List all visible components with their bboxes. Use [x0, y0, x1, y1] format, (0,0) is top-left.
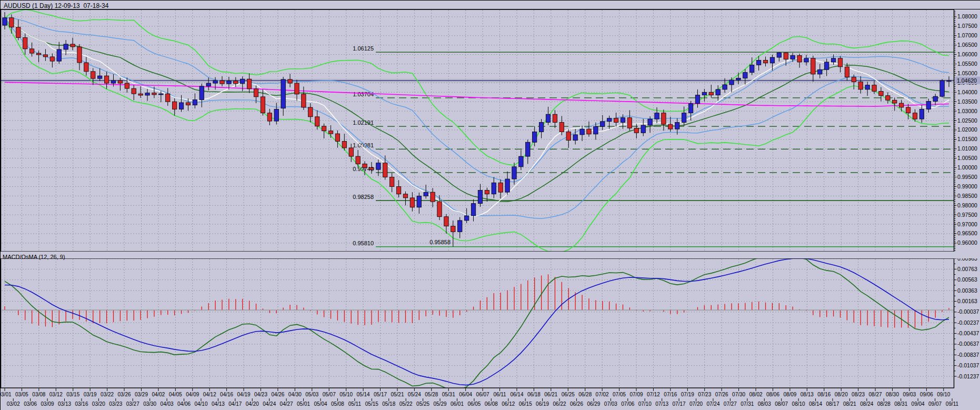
price-axis-label: 0.97000 [957, 221, 977, 227]
price-axis-label: 1.01000 [957, 145, 977, 152]
macd-axis-label: 0.00563 [957, 276, 977, 283]
price-axis-label: 0.96000 [957, 239, 977, 246]
date-label: 08/17 [826, 401, 839, 407]
price-axis-label: 1.00000 [957, 164, 977, 171]
date-label: 06/22 [553, 401, 566, 407]
low-marker-label: 0.95858 [429, 239, 451, 245]
macd-axis-label: -0.00837 [957, 352, 979, 358]
price-axis-label: 1.04000 [957, 89, 977, 95]
price-axis-label: 1.07500 [957, 23, 977, 29]
date-label: 05/29 [434, 401, 447, 407]
candlesticks [3, 12, 951, 247]
date-label: 03/02 [7, 401, 20, 407]
date-label: 06/15 [519, 401, 532, 407]
price-axis[interactable]: 1.080001.075001.070001.065001.060001.055… [954, 11, 977, 251]
date-label: 04/17 [228, 401, 242, 407]
date-label: 08/13 [801, 392, 814, 397]
date-label: 06/21 [544, 392, 557, 397]
price-axis-label: 1.05000 [957, 70, 977, 76]
date-label: 05/08 [331, 401, 344, 407]
date-label: 06/11 [493, 392, 506, 397]
price-axis-label: 0.98500 [957, 193, 977, 199]
chart-canvas[interactable]: 1.061251.037041.021911.009810.997430.982… [1, 1, 980, 410]
price-axis-label: 1.03000 [957, 108, 977, 114]
date-label: 05/18 [382, 401, 395, 407]
date-label: 08/23 [852, 392, 865, 397]
date-label: 08/20 [835, 392, 848, 397]
date-label: 04/27 [280, 401, 293, 407]
date-label: 07/23 [698, 392, 711, 397]
date-label: 07/10 [638, 401, 652, 407]
support-resistance-levels: 1.061251.037041.021911.009810.997430.982… [353, 45, 954, 247]
price-axis-label: 0.99500 [957, 174, 977, 180]
date-label: 06/18 [527, 392, 541, 397]
macd-signal-line [5, 258, 949, 385]
date-label: 03/12 [49, 392, 63, 397]
date-label: 09/07 [928, 401, 942, 407]
level-label: 0.95810 [353, 240, 374, 246]
date-label: 07/06 [621, 401, 634, 407]
macd-gridlines [2, 258, 954, 376]
date-label: 06/14 [510, 392, 523, 397]
date-label: 05/25 [416, 401, 429, 407]
price-axis-label: 1.00500 [957, 155, 977, 161]
date-label: 07/17 [673, 401, 686, 407]
date-label: 04/20 [246, 401, 259, 407]
date-label: 05/10 [339, 392, 353, 397]
price-axis-label: 1.06500 [957, 42, 977, 48]
macd-axis-label: -0.01237 [957, 373, 979, 379]
current-price-label: 1.04620 [957, 77, 977, 84]
date-label: 06/25 [562, 392, 575, 397]
date-label: 03/27 [126, 401, 139, 407]
date-label: 05/01 [297, 401, 310, 407]
macd-axis-label: -0.01037 [957, 362, 979, 368]
date-label: 06/29 [587, 401, 600, 407]
price-axis-label: 0.97500 [957, 212, 977, 218]
date-label: 05/28 [425, 392, 438, 397]
macd-axis[interactable]: 0.009630.007630.005630.003630.00163-0.00… [954, 255, 979, 379]
date-label: 03/09 [41, 401, 54, 407]
date-label: 04/13 [212, 401, 225, 407]
level-label: 1.06125 [353, 45, 374, 52]
date-label: 06/19 [536, 401, 549, 407]
date-label: 07/09 [629, 392, 643, 397]
date-label: 07/02 [596, 392, 609, 397]
date-label: 03/19 [84, 392, 97, 397]
date-label: 09/06 [920, 392, 933, 397]
date-label: 04/26 [271, 392, 284, 397]
price-axis-label: 1.03500 [957, 98, 977, 105]
date-label: 03/15 [66, 392, 79, 397]
indicator-label: MACD/OsMA (12, 26, 9) [1, 254, 65, 260]
date-label: 09/04 [912, 401, 925, 407]
title-bar[interactable]: AUDUSD (1 Day) 12-09-13_07-18-34 [1, 1, 980, 9]
price-axis-label: 1.02000 [957, 126, 977, 133]
date-label: 03/29 [135, 392, 148, 397]
macd-axis-label: -0.00637 [957, 341, 979, 347]
price-axis-label: 1.07000 [957, 32, 977, 38]
date-label: 08/10 [792, 401, 805, 407]
price-axis-label: 1.01500 [957, 136, 977, 142]
chart-title: AUDUSD (1 Day) 12-09-13_07-18-34 [1, 2, 108, 9]
date-label: 05/04 [314, 401, 327, 407]
date-label: 04/23 [254, 392, 267, 397]
date-label: 04/30 [288, 392, 302, 397]
date-label: 04/19 [237, 392, 251, 397]
macd-axis-label: -0.00237 [957, 319, 979, 326]
price-axis-label: 0.99000 [957, 183, 977, 189]
date-label: 07/30 [732, 392, 745, 397]
chart-window: AUDUSD (1 Day) 12-09-13_07-18-34 MACD/Os… [0, 0, 980, 410]
date-axis[interactable]: 03/0103/0203/0503/0603/0803/0903/1203/13… [1, 388, 959, 407]
date-label: 04/09 [186, 392, 199, 397]
date-label: 04/16 [220, 392, 233, 397]
indicator-label-strip: MACD/OsMA (12, 26, 9) [1, 252, 980, 258]
date-label: 07/13 [655, 401, 668, 407]
macd-axis-label: 0.00163 [957, 298, 977, 304]
date-label: 03/01 [1, 392, 12, 397]
date-label: 05/21 [391, 392, 404, 397]
date-label: 09/10 [937, 392, 950, 397]
date-label: 03/13 [58, 401, 71, 407]
date-label: 07/24 [706, 401, 719, 407]
date-label: 05/03 [305, 392, 318, 397]
date-label: 05/11 [348, 401, 362, 407]
macd-line [5, 254, 949, 391]
